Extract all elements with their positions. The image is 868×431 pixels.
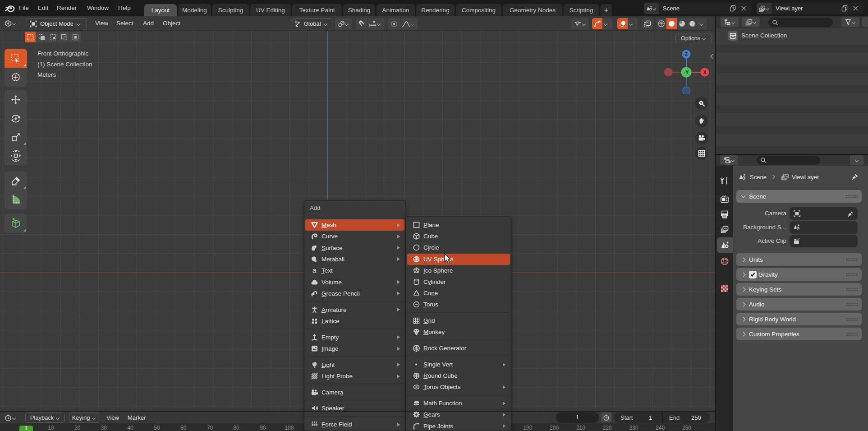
svg-text:X: X xyxy=(703,70,706,75)
svg-text:a: a xyxy=(312,267,317,274)
svg-text:-Y: -Y xyxy=(684,70,689,75)
svg-text:Z: Z xyxy=(685,51,688,57)
